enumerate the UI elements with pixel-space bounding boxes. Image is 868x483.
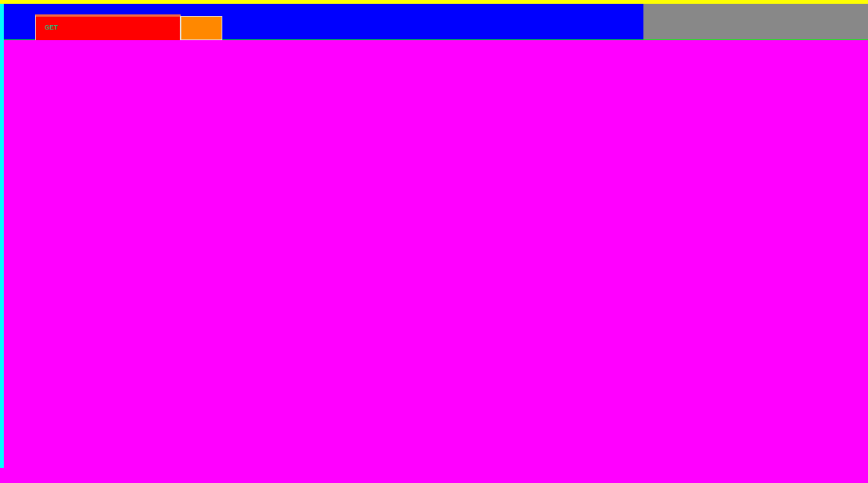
sidebar-edge	[0, 4, 4, 468]
tab-actions	[181, 16, 222, 40]
tab-bar: GET	[4, 4, 868, 40]
environment-area	[643, 4, 868, 39]
request-tab[interactable]: GET	[35, 14, 181, 40]
